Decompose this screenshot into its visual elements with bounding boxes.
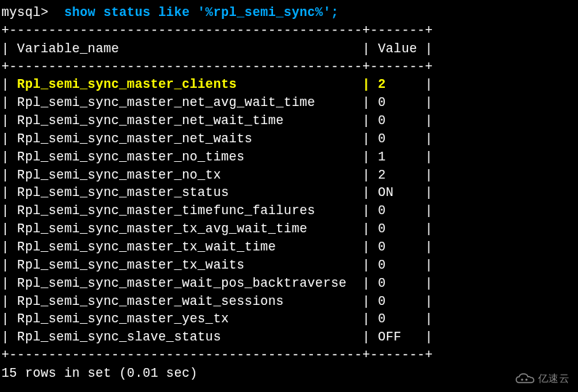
watermark: 亿速云	[515, 372, 569, 386]
table-row: | Rpl_semi_sync_master_tx_wait_time | 0 …	[1, 238, 577, 256]
table-body: | Rpl_semi_sync_master_clients | 2 || Rp…	[1, 75, 577, 346]
table-row: | Rpl_semi_sync_master_net_waits | 0 |	[1, 130, 577, 148]
value-cell: 0	[378, 258, 418, 272]
table-row: | Rpl_semi_sync_master_net_avg_wait_time…	[1, 94, 577, 112]
variable-name-cell: Rpl_semi_sync_master_status	[17, 185, 354, 200]
svg-point-0	[521, 379, 524, 381]
table-row: | Rpl_semi_sync_master_clients | 2 |	[1, 75, 577, 94]
table-row: | Rpl_semi_sync_master_timefunc_failures…	[1, 202, 577, 220]
table-row: | Rpl_semi_sync_master_net_wait_time | 0…	[1, 112, 577, 130]
variable-name-cell: Rpl_semi_sync_master_no_tx	[17, 168, 354, 182]
command-line[interactable]: mysql> show status like '%rpl_semi_sync%…	[1, 4, 577, 22]
table-row: | Rpl_semi_sync_master_tx_waits | 0 |	[1, 256, 577, 274]
cloud-icon	[515, 372, 535, 385]
variable-name-cell: Rpl_semi_sync_master_no_times	[17, 150, 354, 164]
variable-name-cell: Rpl_semi_sync_master_net_avg_wait_time	[17, 95, 354, 110]
header-variable-name: Variable_name	[17, 41, 119, 56]
svg-point-1	[526, 379, 528, 381]
table-row: | Rpl_semi_sync_master_tx_avg_wait_time …	[1, 220, 577, 238]
watermark-text: 亿速云	[538, 372, 569, 386]
value-cell: 0	[378, 95, 418, 110]
table-separator-mid: +---------------------------------------…	[1, 58, 577, 76]
value-cell: 2	[378, 168, 418, 182]
header-value: Value	[378, 41, 418, 56]
variable-name-cell: Rpl_semi_sync_master_tx_avg_wait_time	[17, 221, 354, 236]
value-cell: 2	[378, 77, 418, 91]
value-cell: ON	[378, 185, 418, 200]
sql-command: show status like '%rpl_semi_sync%';	[64, 5, 338, 20]
table-row: | Rpl_semi_sync_master_wait_sessions | 0…	[1, 293, 577, 311]
table-row: | Rpl_semi_sync_master_no_times | 1 |	[1, 148, 577, 166]
variable-name-cell: Rpl_semi_sync_master_yes_tx	[17, 311, 354, 326]
value-cell: 0	[378, 240, 418, 254]
value-cell: 0	[378, 221, 418, 236]
variable-name-cell: Rpl_semi_sync_master_net_wait_time	[17, 113, 354, 128]
table-row: | Rpl_semi_sync_master_wait_pos_backtrav…	[1, 274, 577, 293]
value-cell: OFF	[378, 330, 418, 344]
result-summary: 15 rows in set (0.01 sec)	[1, 364, 577, 383]
table-row: | Rpl_semi_sync_slave_status | OFF |	[1, 328, 577, 346]
variable-name-cell: Rpl_semi_sync_master_wait_sessions	[17, 294, 354, 309]
variable-name-cell: Rpl_semi_sync_master_tx_waits	[17, 258, 354, 272]
value-cell: 0	[378, 294, 418, 309]
mysql-prompt: mysql>	[1, 5, 64, 20]
value-cell: 0	[378, 276, 418, 290]
value-cell: 0	[378, 203, 418, 218]
variable-name-cell: Rpl_semi_sync_master_clients	[17, 77, 354, 91]
value-cell: 0	[378, 311, 418, 326]
value-cell: 1	[378, 150, 418, 164]
value-cell: 0	[378, 131, 418, 146]
variable-name-cell: Rpl_semi_sync_master_tx_wait_time	[17, 240, 354, 254]
table-row: | Rpl_semi_sync_master_status | ON |	[1, 184, 577, 202]
variable-name-cell: Rpl_semi_sync_slave_status	[17, 330, 354, 344]
table-row: | Rpl_semi_sync_master_no_tx | 2 |	[1, 166, 577, 184]
table-separator-bottom: +---------------------------------------…	[1, 346, 577, 364]
table-header-row: | Variable_name | Value |	[1, 40, 577, 58]
table-row: | Rpl_semi_sync_master_yes_tx | 0 |	[1, 310, 577, 328]
table-separator-top: +---------------------------------------…	[1, 22, 577, 40]
variable-name-cell: Rpl_semi_sync_master_net_waits	[17, 131, 354, 146]
variable-name-cell: Rpl_semi_sync_master_timefunc_failures	[17, 203, 354, 218]
variable-name-cell: Rpl_semi_sync_master_wait_pos_backtraver…	[17, 276, 354, 290]
value-cell: 0	[378, 113, 418, 128]
